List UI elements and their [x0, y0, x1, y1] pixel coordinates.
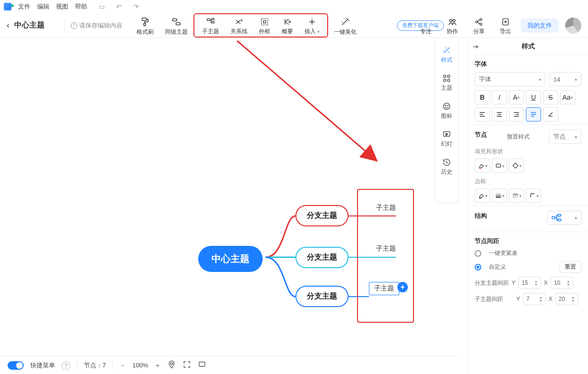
svg-rect-40: [199, 362, 205, 366]
font-size-select[interactable]: 14▾: [549, 72, 581, 86]
fullscreen-icon[interactable]: [183, 360, 191, 370]
border-style-button[interactable]: ▾: [509, 188, 524, 203]
side-tab-slide[interactable]: 幻灯: [437, 126, 456, 152]
save-icon[interactable]: ▭: [99, 3, 105, 10]
summary-button[interactable]: 概要: [276, 15, 299, 36]
svg-rect-36: [552, 216, 555, 218]
clear-format-button[interactable]: [543, 107, 558, 122]
panel-title: 样式: [522, 42, 535, 51]
zoom-out-button[interactable]: －: [119, 361, 126, 370]
app-logo: [4, 3, 11, 10]
relation-line-button[interactable]: 关系线: [225, 15, 253, 36]
align-justify-button[interactable]: [526, 107, 541, 122]
border-corner-button[interactable]: ▾: [526, 188, 541, 203]
user-avatar[interactable]: [565, 18, 581, 34]
structure-select[interactable]: ▾: [547, 211, 581, 225]
bold-button[interactable]: B: [475, 90, 490, 104]
branch-y-input[interactable]: 15▲▼: [518, 277, 541, 289]
save-notice-text: 请保存编辑内容: [79, 21, 122, 30]
menu-help[interactable]: 帮助: [75, 2, 87, 11]
svg-rect-7: [261, 19, 267, 25]
underline-button[interactable]: U: [526, 90, 541, 104]
node-section-title: 节点: [475, 131, 487, 139]
frame-button[interactable]: 外框: [253, 15, 276, 36]
format-painter-button[interactable]: 格式刷: [131, 15, 159, 36]
side-tab-theme[interactable]: 主题: [437, 70, 456, 96]
beautify-button[interactable]: 一键美化: [328, 15, 362, 36]
quickmenu-label: 快捷菜单: [30, 361, 55, 370]
svg-point-33: [448, 105, 449, 106]
side-tab-style[interactable]: 样式: [437, 42, 456, 68]
menu-edit[interactable]: 编辑: [37, 2, 49, 11]
branch-node-1[interactable]: 分支主题: [295, 205, 349, 226]
panel-collapse-icon[interactable]: ⇥: [473, 43, 478, 50]
svg-rect-6: [212, 21, 214, 23]
focus-button[interactable]: 专注: [414, 15, 437, 36]
menu-file[interactable]: 文件: [18, 2, 30, 11]
quickmenu-toggle[interactable]: [8, 361, 24, 370]
side-tabs: 样式 主题 图标 幻灯 历史: [435, 38, 458, 202]
info-icon: !: [71, 22, 77, 29]
svg-point-11: [453, 19, 455, 22]
align-left-button[interactable]: [475, 107, 490, 122]
present-icon[interactable]: [198, 360, 206, 370]
custom-label: 自定义: [489, 263, 506, 271]
branch-x-input[interactable]: 10▲▼: [551, 277, 573, 289]
undo-icon[interactable]: ↶: [116, 3, 122, 10]
svg-rect-8: [264, 21, 266, 23]
svg-rect-0: [142, 18, 147, 21]
help-icon[interactable]: ?: [62, 361, 70, 370]
preset-label: 预置样式: [507, 133, 530, 141]
my-files-button[interactable]: 我的文件: [521, 19, 559, 33]
canvas[interactable]: 中心主题 分支主题 分支主题 分支主题 子主题 子主题 子主题 +: [0, 38, 458, 356]
italic-button[interactable]: I: [492, 90, 507, 104]
border-color-button[interactable]: ▾: [475, 188, 490, 203]
share-button[interactable]: 分享: [468, 15, 490, 36]
svg-point-10: [450, 19, 452, 22]
side-tab-history[interactable]: 历史: [437, 154, 456, 180]
fill-color-button[interactable]: ▾: [475, 159, 490, 173]
border-width-button[interactable]: ▾: [492, 188, 507, 203]
shape-diamond-button[interactable]: ▾: [509, 159, 524, 173]
center-topic-node[interactable]: 中心主题: [198, 246, 263, 272]
collab-button[interactable]: 协作: [441, 15, 464, 36]
branch-node-2[interactable]: 分支主题: [295, 247, 349, 268]
align-center-button[interactable]: [492, 107, 507, 122]
menu-view[interactable]: 视图: [56, 2, 68, 11]
child-x-input[interactable]: 20▲▼: [555, 293, 578, 305]
font-family-select[interactable]: 字体▾: [475, 72, 545, 86]
fill-shape-label: 填充和形状: [475, 148, 581, 156]
svg-rect-1: [144, 23, 146, 26]
locate-icon[interactable]: [167, 360, 176, 370]
back-button[interactable]: ‹: [7, 20, 9, 30]
branch-node-3[interactable]: 分支主题: [295, 286, 349, 307]
svg-point-28: [448, 75, 450, 77]
custom-radio[interactable]: [475, 264, 481, 271]
preset-select[interactable]: 节点▾: [549, 130, 581, 144]
zoom-in-button[interactable]: ＋: [155, 361, 161, 370]
save-notice: ! 请保存编辑内容: [71, 21, 122, 30]
compact-radio[interactable]: [475, 250, 481, 257]
toolbar-highlight-group: 子主题 关系线 外框 概要 插入 ▾: [193, 13, 328, 37]
svg-line-23: [237, 41, 375, 159]
align-right-button[interactable]: [509, 107, 524, 122]
strikethrough-button[interactable]: S: [543, 90, 558, 104]
reset-button[interactable]: 重置: [560, 261, 581, 273]
redo-icon[interactable]: ↷: [133, 3, 139, 10]
child-y-input[interactable]: 7▲▼: [523, 293, 546, 305]
shape-button[interactable]: ▾: [492, 159, 507, 173]
svg-point-27: [443, 75, 446, 77]
side-tab-icon[interactable]: 图标: [437, 98, 456, 124]
divider: [64, 18, 65, 33]
annotation-box: [357, 189, 414, 323]
svg-rect-5: [212, 19, 214, 20]
export-button[interactable]: 导出: [494, 15, 517, 36]
child-topic-button[interactable]: 子主题: [196, 15, 225, 36]
same-level-topic-button[interactable]: 同级主题: [159, 15, 193, 36]
svg-point-9: [289, 21, 290, 22]
font-section-title: 字体: [475, 60, 581, 68]
font-color-button[interactable]: A▾: [509, 90, 524, 104]
properties-panel: ⇥ 样式 字体 字体▾ 14▾ B I A▾ U S Aa▾: [468, 38, 588, 374]
text-case-button[interactable]: Aa▾: [560, 90, 575, 104]
insert-button[interactable]: 插入 ▾: [299, 15, 325, 36]
